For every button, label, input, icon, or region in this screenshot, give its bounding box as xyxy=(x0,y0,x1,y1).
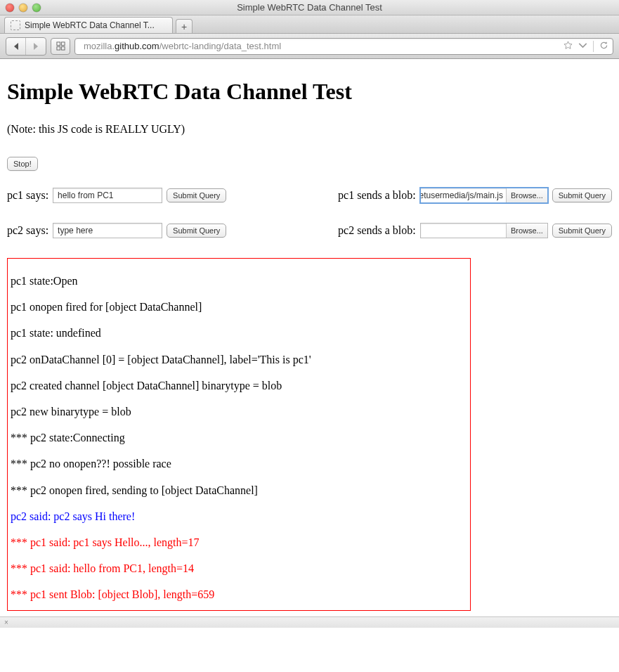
svg-rect-1 xyxy=(61,42,65,46)
pc2-says-submit[interactable]: Submit Query xyxy=(167,224,226,238)
pc1-says-submit[interactable]: Submit Query xyxy=(167,188,226,202)
log-line-truncated xyxy=(11,261,466,264)
traffic-lights xyxy=(6,4,41,12)
forward-button[interactable] xyxy=(26,38,46,55)
back-button[interactable] xyxy=(6,38,26,55)
pc1-blob-filename: ipl/getusermedia/js/main.js xyxy=(421,190,506,200)
log-line: *** pc2 no onopen??! possible race xyxy=(11,457,466,470)
triangle-left-icon xyxy=(12,42,20,51)
log-line: pc2 onDataChannel [0] = [object DataChan… xyxy=(11,353,466,366)
statusbar-close-icon[interactable]: × xyxy=(4,619,8,626)
svg-rect-0 xyxy=(56,42,60,46)
pc1-says-label: pc1 says: xyxy=(7,189,48,202)
show-all-tabs-button[interactable] xyxy=(51,38,70,55)
minimize-window-button[interactable] xyxy=(19,4,27,12)
grid-icon xyxy=(56,41,65,51)
triangle-right-icon xyxy=(32,42,40,51)
plus-icon: + xyxy=(181,21,187,32)
pc2-blob-submit[interactable]: Submit Query xyxy=(552,224,612,238)
log-line: pc1 onopen fired for [object DataChannel… xyxy=(11,300,466,314)
pc1-blob-submit[interactable]: Submit Query xyxy=(552,188,612,202)
log-line: pc1 state:Open xyxy=(11,274,466,287)
nav-toolbar: mozilla.github.com/webrtc-landing/data_t… xyxy=(0,34,619,59)
pc2-blob-label: pc2 sends a blob: xyxy=(338,224,416,237)
separator xyxy=(593,41,594,52)
close-window-button[interactable] xyxy=(6,4,14,12)
tab-title: Simple WebRTC Data Channel T... xyxy=(25,20,167,30)
tab-strip: Simple WebRTC Data Channel T... + xyxy=(0,15,619,34)
pc2-blob-file-input[interactable]: Browse... xyxy=(420,223,548,238)
url-bar[interactable]: mozilla.github.com/webrtc-landing/data_t… xyxy=(74,38,613,55)
dropdown-caret-icon[interactable] xyxy=(578,41,587,52)
row-pc2: pc2 says: Submit Query pc2 sends a blob:… xyxy=(7,223,612,238)
pc2-blob-browse-button[interactable]: Browse... xyxy=(506,224,547,238)
bookmark-star-icon[interactable] xyxy=(563,41,573,52)
tab-active[interactable]: Simple WebRTC Data Channel T... xyxy=(4,17,173,33)
new-tab-button[interactable]: + xyxy=(176,19,193,33)
pc2-says-input[interactable] xyxy=(53,223,162,238)
pc1-blob-file-input[interactable]: ipl/getusermedia/js/main.js Browse... xyxy=(420,188,548,203)
log-line: pc2 new binarytype = blob xyxy=(11,405,466,418)
pc1-says-input[interactable] xyxy=(53,188,162,203)
svg-rect-3 xyxy=(61,46,65,50)
pc1-blob-label: pc1 sends a blob: xyxy=(338,189,416,202)
log-line: pc2 created channel [object DataChannel]… xyxy=(11,379,466,392)
urlbar-end-icons xyxy=(563,41,608,52)
status-bar: × xyxy=(0,616,619,628)
log-line: *** pc1 said: hello from PC1, length=14 xyxy=(11,562,466,575)
page-heading: Simple WebRTC Data Channel Test xyxy=(7,79,612,105)
log-line: pc1 state: undefined xyxy=(11,326,466,340)
window-title: Simple WebRTC Data Channel Test xyxy=(0,2,619,13)
pc1-blob-browse-button[interactable]: Browse... xyxy=(506,188,547,202)
pc2-says-label: pc2 says: xyxy=(7,224,48,237)
log-panel[interactable]: pc1 state:Openpc1 onopen fired for [obje… xyxy=(7,258,471,611)
log-line: *** pc1 sent Blob: [object Blob], length… xyxy=(11,588,466,601)
reload-icon[interactable] xyxy=(599,41,608,52)
log-line: pc2 said: pc2 says Hi there! xyxy=(11,510,466,523)
log-line: *** pc2 state:Connecting xyxy=(11,431,466,444)
log-line: *** pc2 onopen fired, sending to [object… xyxy=(11,484,466,497)
stop-button[interactable]: Stop! xyxy=(7,157,38,171)
page-note: (Note: this JS code is REALLY UGLY) xyxy=(7,123,612,136)
url-text: mozilla.github.com/webrtc-landing/data_t… xyxy=(84,41,559,51)
page-content: Simple WebRTC Data Channel Test (Note: t… xyxy=(0,59,619,616)
favicon-placeholder-icon xyxy=(11,20,20,30)
row-pc1: pc1 says: Submit Query pc1 sends a blob:… xyxy=(7,188,612,203)
window-titlebar: Simple WebRTC Data Channel Test xyxy=(0,0,619,15)
zoom-window-button[interactable] xyxy=(32,4,41,12)
svg-rect-2 xyxy=(56,46,60,50)
log-line: *** pc1 said: pc1 says Hello..., length=… xyxy=(11,536,466,549)
nav-back-forward-group xyxy=(6,37,46,56)
